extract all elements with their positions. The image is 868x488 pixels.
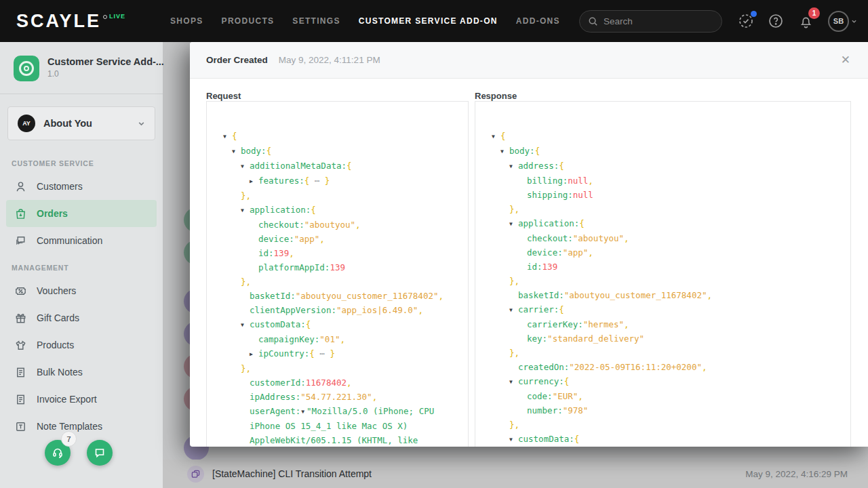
nav-link-settings[interactable]: SETTINGS (292, 16, 340, 26)
collapse-arrow-icon[interactable]: ▼ (509, 303, 518, 317)
voucher-ticket-icon (14, 285, 27, 298)
json-token: { (574, 434, 580, 444)
sidebar-item-orders[interactable]: Orders (6, 200, 157, 227)
collapse-arrow-icon[interactable]: ▼ (492, 129, 500, 144)
json-line: id:139, (223, 246, 461, 260)
section-label-management: MANAGEMENT (0, 254, 163, 277)
collapse-arrow-icon[interactable]: ▼ (232, 144, 241, 159)
json-token: , (319, 234, 325, 244)
json-token: basketId (518, 290, 559, 300)
user-icon (14, 180, 27, 193)
expand-arrow-icon[interactable]: ▶ (250, 174, 258, 188)
json-line: shipping:null (492, 188, 844, 202)
collapse-arrow-icon[interactable]: ▼ (509, 432, 518, 447)
shop-avatar: AY (18, 115, 35, 132)
collapse-arrow-icon[interactable]: ▼ (509, 159, 518, 174)
template-icon (14, 420, 27, 433)
modal-body: Request ▼{▼body:{▼additionalMetaData:{▶f… (206, 79, 851, 447)
json-line: iPhone OS 15_4_1 like Mac OS X) (223, 419, 461, 433)
json-token: "app_ios|6.49.0" (336, 305, 418, 315)
json-token: body (241, 146, 261, 156)
help-button[interactable] (767, 12, 785, 30)
json-line: }, (492, 418, 844, 432)
sidebar-item-gift-cards[interactable]: Gift Cards (6, 304, 157, 331)
tasks-button[interactable] (737, 12, 755, 30)
json-token: "978" (563, 405, 589, 415)
json-line: ▼customData:{ (492, 432, 844, 447)
json-line: number:"978" (492, 403, 844, 418)
json-token: : (559, 290, 564, 300)
feedback-button[interactable] (87, 440, 113, 466)
collapse-arrow-icon[interactable]: ▼ (241, 203, 250, 218)
sidebar-item-label: Bulk Notes (37, 367, 83, 378)
nav-link-add-ons[interactable]: ADD-ONS (516, 16, 560, 26)
json-token: : (559, 376, 564, 386)
close-icon[interactable]: ✕ (841, 54, 850, 66)
user-menu[interactable]: SB (828, 11, 857, 32)
json-token: , (347, 378, 352, 388)
collapse-arrow-icon[interactable]: ▼ (509, 375, 518, 389)
collapse-arrow-icon[interactable]: ▼ (509, 217, 518, 231)
json-token: shipping (527, 190, 568, 200)
json-line: basketId:"aboutyou_customer_11678402", (492, 288, 844, 302)
json-token: , (438, 291, 443, 301)
json-token: "aboutyou_customer_11678402" (296, 291, 439, 301)
json-line: code:"EUR", (492, 389, 844, 403)
document-icon (14, 393, 27, 406)
json-token: null (568, 176, 588, 186)
sidebar-item-customers[interactable]: Customers (6, 173, 157, 200)
expand-arrow-icon[interactable]: ▶ (250, 347, 258, 361)
json-line: userAgent:▼"Mozilla/5.0 (iPhone; CPU (223, 404, 461, 419)
json-token: : (300, 319, 306, 329)
sidebar-item-invoice-export[interactable]: Invoice Export (6, 386, 157, 413)
collapse-arrow-icon[interactable]: ▼ (223, 129, 232, 144)
json-token: customData (518, 434, 569, 444)
sidebar-item-bulk-notes[interactable]: Bulk Notes (6, 359, 157, 386)
json-line: id:139 (492, 260, 844, 274)
json-token: device (258, 234, 289, 244)
json-token: { (564, 376, 570, 386)
json-token: "app" (563, 247, 589, 258)
collapse-arrow-icon[interactable]: ▼ (241, 159, 250, 174)
json-line: ▼customData:{ (223, 317, 461, 332)
support-button[interactable]: 7 (45, 440, 71, 466)
json-token: : (568, 190, 573, 200)
notifications-button[interactable]: 1 (797, 12, 814, 30)
modal-header: Order Created May 9, 2022, 4:11:21 PM ✕ (190, 42, 868, 79)
json-line: ▼application:{ (223, 203, 461, 218)
json-token: : (269, 248, 274, 258)
nav-link-products[interactable]: PRODUCTS (222, 16, 275, 26)
json-token: "aboutyou_customer_11678402" (564, 290, 707, 300)
nav-link-shops[interactable]: SHOPS (170, 16, 203, 26)
collapse-arrow-icon[interactable]: ▼ (500, 144, 509, 159)
json-line: ▼{ (223, 129, 461, 144)
json-line: device:"app", (492, 245, 844, 260)
sidebar-item-products[interactable]: Products (6, 331, 157, 359)
collapse-arrow-icon[interactable]: ▼ (301, 409, 304, 415)
json-token: , (624, 319, 629, 329)
logo-dot-icon (103, 15, 107, 19)
json-token: , (418, 305, 423, 315)
json-token: , (372, 392, 378, 402)
collapse-arrow-icon[interactable]: ▼ (241, 318, 250, 332)
json-token: billing (527, 176, 563, 186)
support-count-badge: 7 (61, 431, 77, 447)
sidebar-item-note-templates[interactable]: Note Templates (6, 413, 157, 440)
nav-link-customer-service-add-on[interactable]: CUSTOMER SERVICE ADD-ON (359, 16, 498, 26)
sidebar-item-communication[interactable]: Communication (6, 227, 157, 254)
search-input[interactable] (604, 16, 705, 26)
logo[interactable]: SCAYLE LIVE (16, 11, 125, 31)
json-token: : (299, 220, 304, 230)
shop-selector[interactable]: AY About You (7, 106, 155, 140)
modal-timestamp: May 9, 2022, 4:11:21 PM (279, 55, 380, 65)
app-version: 1.0 (47, 69, 164, 79)
sidebar-item-vouchers[interactable]: Vouchers (6, 277, 157, 304)
bullseye-icon (14, 56, 39, 81)
search-box[interactable] (579, 10, 722, 33)
json-line: ▼application:{ (492, 216, 844, 231)
section-label-customer-service: CUSTOMER SERVICE (0, 150, 163, 173)
search-icon (588, 16, 598, 26)
json-token: id (527, 262, 537, 272)
json-line: }, (492, 202, 844, 216)
json-token: , (702, 362, 707, 372)
